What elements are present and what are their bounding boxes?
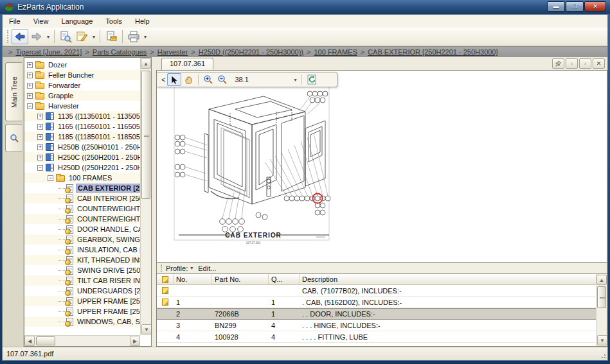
resize-grip[interactable] <box>600 352 606 359</box>
pan-tool-button[interactable] <box>181 73 195 86</box>
tree-expander-plus[interactable]: + <box>27 93 33 99</box>
table-row[interactable]: CAB, (71077B02), INCLUDES:- <box>157 285 596 297</box>
tree-expander-plus[interactable]: + <box>37 124 43 130</box>
breadcrumb-link[interactable]: Tigercat [June, 2021] <box>15 48 82 56</box>
table-scroll-up-button[interactable]: ▲ <box>597 275 607 285</box>
tree-item[interactable]: −Harvester <box>24 101 140 111</box>
table-row[interactable]: 41009284. . . . FITTING, LUBE <box>157 331 596 343</box>
tree-item[interactable]: −100 FRAMES <box>24 173 140 183</box>
profile-dropdown-caret[interactable]: ▾ <box>190 265 193 271</box>
tree-item[interactable]: +H250B ((250H0101 - 250H2 <box>24 142 140 152</box>
tree-item[interactable]: GEARBOX, SWING DR <box>24 234 140 245</box>
tree-item[interactable]: +Feller Buncher <box>24 70 140 80</box>
close-button[interactable]: ✕ <box>584 1 606 12</box>
tree-item[interactable]: TILT CAB RISER INST <box>24 275 140 286</box>
tree-item[interactable]: COUNTERWEIGHT 10 <box>24 204 140 214</box>
tree-expander-plus[interactable]: + <box>27 73 33 78</box>
print-button[interactable] <box>125 29 142 44</box>
refresh-view-button[interactable] <box>305 73 319 86</box>
table-scroll-down-button[interactable]: ▼ <box>597 335 607 345</box>
diagram-viewer[interactable]: < <box>156 70 607 262</box>
prev-tab-button[interactable]: ‹ <box>566 58 578 69</box>
table-row[interactable]: 272066B1. . DOOR, INCLUDES:- <box>157 308 596 320</box>
breadcrumb-link[interactable]: H250D ((250H2201 - 250H3000)) <box>199 48 303 56</box>
tree-item[interactable]: DOOR HANDLE, CAB <box>24 224 140 234</box>
scroll-up-button[interactable]: ▲ <box>141 58 151 69</box>
back-button[interactable] <box>12 29 28 44</box>
tree-item[interactable]: +H250C ((250H2001 - 250H2 <box>24 152 140 162</box>
search-icon <box>10 134 19 143</box>
profile-edit-button[interactable]: Edit... <box>198 264 216 272</box>
pin-button[interactable] <box>552 58 564 69</box>
tree-item[interactable]: UPPER FRAME [250H <box>24 306 140 316</box>
tree-expander-plus[interactable]: + <box>37 144 43 150</box>
tree-horizontal-scrollbar[interactable]: ◀ ▶ <box>24 335 140 346</box>
scroll-left-button[interactable]: ◀ <box>24 336 35 346</box>
table-vertical-scrollbar[interactable]: ▲ ▼ <box>596 274 607 346</box>
panel-splitter[interactable] <box>152 57 156 347</box>
document-tab[interactable]: 107.07.361 <box>161 58 213 70</box>
tree-item[interactable]: CAB INTERIOR [250H <box>24 193 140 204</box>
maximize-button[interactable]: ❐ <box>566 1 584 12</box>
zoom-in-button[interactable] <box>201 73 215 86</box>
menu-view[interactable]: View <box>27 16 55 26</box>
tree-item[interactable]: UNDERGUARDS [250 <box>24 286 140 296</box>
menu-help[interactable]: Help <box>129 16 156 26</box>
tree-item[interactable]: +Forwarder <box>24 80 140 91</box>
tree-item[interactable]: +Grapple <box>24 91 140 101</box>
tab-main-tree[interactable]: Main Tree <box>5 62 22 121</box>
close-tab-button[interactable]: ✕ <box>593 58 605 69</box>
tree-item[interactable]: COUNTERWEIGHT 6 <box>24 214 140 224</box>
zoom-out-button[interactable] <box>215 73 229 86</box>
minimize-button[interactable]: ▬ <box>547 1 565 12</box>
next-tab-button[interactable]: › <box>579 58 591 69</box>
tree-item[interactable]: WINDOWS, CAB, SLI <box>24 316 140 327</box>
tree-item[interactable]: +1135 ((11350101 - 1135050 <box>24 111 140 121</box>
tree-scroll-thumb[interactable] <box>141 71 150 199</box>
table-row[interactable]: 3BN2994. . . HINGE, INCLUDES:- <box>157 320 596 331</box>
tree-item[interactable]: INSULATION, CAB [2 <box>24 245 140 255</box>
tree-item[interactable]: +1165 ((11650101 - 1165050 <box>24 121 140 132</box>
tree-expander-plus[interactable]: + <box>27 83 33 89</box>
table-scroll-thumb[interactable] <box>597 286 606 308</box>
scroll-right-button[interactable]: ▶ <box>130 336 140 346</box>
tree-expander-minus[interactable]: − <box>27 103 33 109</box>
tree-item-label: KIT, THREADED INSE <box>76 256 140 264</box>
table-row[interactable]: 11. CAB, (5162D02), INCLUDES:- <box>157 297 596 308</box>
tree-hscroll-thumb[interactable] <box>36 336 55 345</box>
parts-diagram[interactable]: CAB EXTERIOR 107.07.361 <box>174 83 333 252</box>
forward-button[interactable] <box>28 29 45 44</box>
breadcrumb-link[interactable]: CAB EXTERIOR [250H2201 - 250H3000] <box>368 48 498 56</box>
menu-file[interactable]: File <box>3 16 27 26</box>
tree-expander-plus[interactable]: + <box>37 114 43 119</box>
tree-item[interactable]: UPPER FRAME [250H <box>24 296 140 306</box>
tab-search[interactable] <box>5 124 22 152</box>
zoom-level-combo[interactable]: 38.1 ▾ <box>232 74 299 85</box>
menu-language[interactable]: Language <box>55 16 99 26</box>
tree-item[interactable]: CAB EXTERIOR [2 <box>24 183 140 193</box>
tree-item[interactable]: KIT, THREADED INSE <box>24 255 140 265</box>
search-parts-button[interactable] <box>57 29 74 44</box>
breadcrumb-link[interactable]: 100 FRAMES <box>314 48 357 56</box>
edit-link-button[interactable] <box>74 29 91 44</box>
collapse-toolbar-icon[interactable]: < <box>159 76 167 83</box>
tree-expander-plus[interactable]: + <box>37 155 43 160</box>
tree-expander-minus[interactable]: − <box>37 165 43 171</box>
scroll-down-button[interactable]: ▼ <box>141 324 152 334</box>
tree-item[interactable]: SWING DRIVE [250H2 <box>24 265 140 275</box>
edit-dropdown-caret[interactable]: ▾ <box>91 34 97 40</box>
history-dropdown-caret[interactable]: ▾ <box>45 34 51 40</box>
select-tool-button[interactable] <box>167 73 181 86</box>
tree-expander-plus[interactable]: + <box>37 134 43 140</box>
tree-item[interactable]: −H250D ((250H2201 - 250H3 <box>24 162 140 173</box>
print-dropdown-caret[interactable]: ▾ <box>142 34 148 40</box>
tree-item[interactable]: +Dozer <box>24 60 140 70</box>
tree-item[interactable]: +1185 ((11850101 - 1185050 <box>24 132 140 142</box>
report-button[interactable] <box>103 29 120 44</box>
tree-expander-minus[interactable]: − <box>48 175 53 181</box>
breadcrumb-link[interactable]: Parts Catalogues <box>93 48 147 56</box>
breadcrumb-link[interactable]: Harvester <box>157 48 188 56</box>
tree-expander-plus[interactable]: + <box>27 62 33 68</box>
menu-tools[interactable]: Tools <box>99 16 129 26</box>
tree-vertical-scrollbar[interactable]: ▲ ▼ <box>140 58 151 335</box>
